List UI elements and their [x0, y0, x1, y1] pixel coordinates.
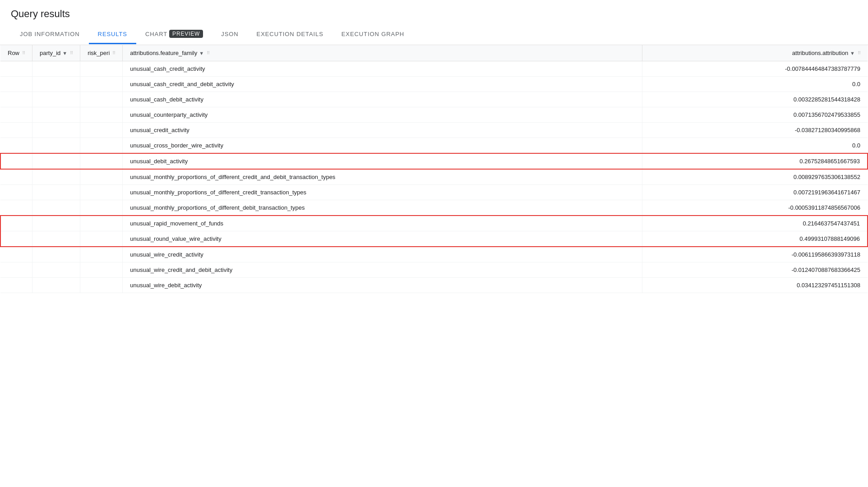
cell-attribution: -0.01240708876833664​25	[642, 262, 868, 278]
cell-risk-peri	[80, 247, 123, 262]
page-title: Query results	[0, 0, 868, 24]
tab-json[interactable]: JSON	[212, 25, 247, 44]
cell-row-num	[0, 138, 32, 154]
cell-row-num	[0, 153, 32, 169]
cell-row-num	[0, 216, 32, 231]
tab-chart-badge: PREVIEW	[169, 30, 203, 38]
col-header-attribution[interactable]: attributions.attribution ▼ ⠿	[642, 45, 868, 61]
cell-attribution: -0.0061195866393973118	[642, 247, 868, 262]
cell-row-num	[0, 169, 32, 185]
cell-feature-family: unusual_monthly_proportions_of_different…	[123, 185, 642, 200]
cell-attribution: 0.034123297451151308	[642, 278, 868, 293]
cell-risk-peri	[80, 61, 123, 77]
table-row: unusual_rapid_movement_of_funds0.2164637…	[0, 216, 868, 231]
cell-row-num	[0, 262, 32, 278]
tabs-bar: JOB INFORMATION RESULTS CHART PREVIEW JS…	[0, 24, 868, 45]
table-row: unusual_cash_credit_and_debit_activity0.…	[0, 77, 868, 92]
cell-feature-family: unusual_cross_border_wire_activity	[123, 138, 642, 154]
col-header-row[interactable]: Row ⠿	[0, 45, 32, 61]
cell-attribution: 0.0089297635306138552	[642, 169, 868, 185]
cell-attribution: 0.00721919636416714​67	[642, 185, 868, 200]
cell-attribution: 0.0	[642, 77, 868, 92]
cell-risk-peri	[80, 262, 123, 278]
cell-party-id	[32, 61, 80, 77]
cell-row-num	[0, 247, 32, 262]
table-row: unusual_cash_credit_activity-0.007844464…	[0, 61, 868, 77]
cell-risk-peri	[80, 200, 123, 216]
table-row: unusual_wire_debit_activity0.03412329745…	[0, 278, 868, 293]
col-feature-resize[interactable]: ⠿	[207, 51, 209, 55]
cell-row-num	[0, 107, 32, 123]
cell-party-id	[32, 92, 80, 107]
cell-risk-peri	[80, 153, 123, 169]
cell-attribution: 0.21646375474374​51	[642, 216, 868, 231]
col-header-feature-family[interactable]: attributions.feature_family ▼ ⠿	[123, 45, 642, 61]
col-attribution-label: attributions.attribution	[792, 50, 848, 56]
tab-results[interactable]: RESULTS	[89, 25, 136, 44]
cell-feature-family: unusual_rapid_movement_of_funds	[123, 216, 642, 231]
col-header-party-id[interactable]: party_id ▼ ⠿	[32, 45, 80, 61]
cell-row-num	[0, 185, 32, 200]
col-row-resize[interactable]: ⠿	[22, 51, 25, 55]
cell-party-id	[32, 278, 80, 293]
cell-party-id	[32, 247, 80, 262]
results-table: Row ⠿ party_id ▼ ⠿ risk_peri ⠿	[0, 45, 868, 293]
cell-feature-family: unusual_wire_credit_and_debit_activity	[123, 262, 642, 278]
cell-risk-peri	[80, 169, 123, 185]
table-body: unusual_cash_credit_activity-0.007844464…	[0, 61, 868, 293]
tab-execution-details[interactable]: EXECUTION DETAILS	[248, 25, 332, 44]
cell-attribution: 0.007135670247953385​5	[642, 107, 868, 123]
col-header-risk[interactable]: risk_peri ⠿	[80, 45, 123, 61]
col-party-id-label: party_id	[40, 50, 60, 56]
cell-row-num	[0, 278, 32, 293]
table-row: unusual_credit_activity-0.03827128034099…	[0, 123, 868, 138]
col-party-id-resize[interactable]: ⠿	[70, 51, 73, 55]
col-feature-sort-icon[interactable]: ▼	[199, 51, 204, 56]
cell-party-id	[32, 107, 80, 123]
col-risk-label: risk_peri	[88, 50, 110, 56]
cell-feature-family: unusual_monthly_proportions_of_different…	[123, 169, 642, 185]
col-attribution-sort-icon[interactable]: ▼	[850, 51, 855, 56]
cell-attribution: 0.0032285281544318428	[642, 92, 868, 107]
table-row: unusual_monthly_proportions_of_different…	[0, 169, 868, 185]
tab-execution-graph[interactable]: EXECUTION GRAPH	[332, 25, 413, 44]
table-row: unusual_cash_debit_activity0.00322852815…	[0, 92, 868, 107]
cell-risk-peri	[80, 92, 123, 107]
table-row: unusual_monthly_proportions_of_different…	[0, 185, 868, 200]
table-row: unusual_debit_activity0.2675284865166759…	[0, 153, 868, 169]
cell-party-id	[32, 153, 80, 169]
cell-row-num	[0, 77, 32, 92]
cell-risk-peri	[80, 77, 123, 92]
cell-party-id	[32, 77, 80, 92]
cell-risk-peri	[80, 138, 123, 154]
tab-job-information[interactable]: JOB INFORMATION	[11, 25, 89, 44]
col-feature-label: attributions.feature_family	[130, 50, 197, 56]
cell-risk-peri	[80, 216, 123, 231]
cell-party-id	[32, 169, 80, 185]
cell-attribution: 0.0	[642, 138, 868, 154]
cell-risk-peri	[80, 185, 123, 200]
table-row: unusual_counterparty_activity0.007135670…	[0, 107, 868, 123]
table-row: unusual_round_value_wire_activity0.49993…	[0, 231, 868, 247]
cell-row-num	[0, 123, 32, 138]
tab-chart[interactable]: CHART PREVIEW	[136, 24, 212, 45]
cell-party-id	[32, 138, 80, 154]
cell-feature-family: unusual_cash_debit_activity	[123, 92, 642, 107]
table-row: unusual_cross_border_wire_activity0.0	[0, 138, 868, 154]
col-risk-resize[interactable]: ⠿	[112, 51, 115, 55]
cell-row-num	[0, 92, 32, 107]
results-table-container: Row ⠿ party_id ▼ ⠿ risk_peri ⠿	[0, 45, 868, 293]
col-attribution-resize[interactable]: ⠿	[858, 51, 860, 55]
cell-party-id	[32, 123, 80, 138]
cell-risk-peri	[80, 231, 123, 247]
table-row: unusual_wire_credit_and_debit_activity-0…	[0, 262, 868, 278]
cell-feature-family: unusual_wire_debit_activity	[123, 278, 642, 293]
table-row: unusual_wire_credit_activity-0.006119586…	[0, 247, 868, 262]
cell-attribution: -0.00053911874856567006	[642, 200, 868, 216]
cell-row-num	[0, 200, 32, 216]
cell-party-id	[32, 200, 80, 216]
cell-party-id	[32, 262, 80, 278]
cell-feature-family: unusual_cash_credit_and_debit_activity	[123, 77, 642, 92]
cell-row-num	[0, 231, 32, 247]
col-party-id-sort-icon[interactable]: ▼	[62, 51, 67, 56]
